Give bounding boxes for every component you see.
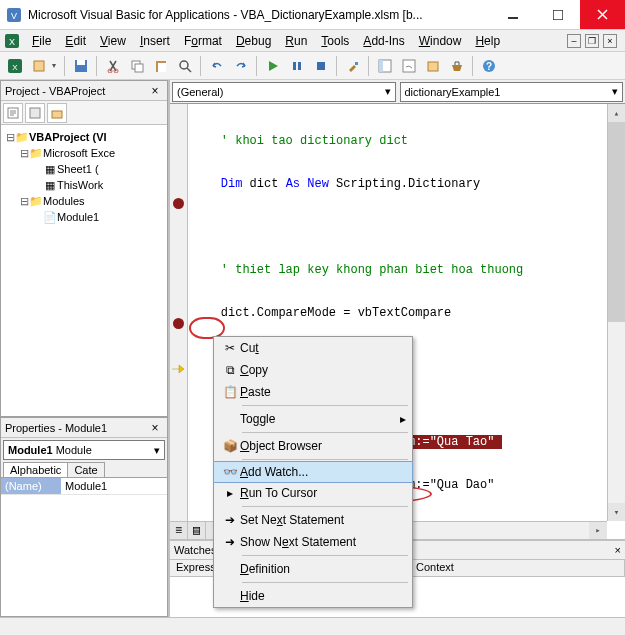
code-text: Dim <box>221 177 243 191</box>
maximize-button[interactable] <box>535 0 580 29</box>
svg-rect-25 <box>428 62 438 71</box>
menu-addins[interactable]: Add-Ins <box>357 32 410 50</box>
scroll-up-button[interactable]: ▴ <box>608 104 625 122</box>
tab-categorized[interactable]: Cate <box>67 462 104 477</box>
left-column: Project - VBAProject × ⊟📁VBAProject (VI … <box>0 80 168 617</box>
paste-button[interactable] <box>150 55 172 77</box>
scroll-right-button[interactable]: ▸ <box>589 522 607 539</box>
glasses-icon: 👓 <box>220 465 240 479</box>
run-button[interactable] <box>262 55 284 77</box>
properties-close-button[interactable]: × <box>147 420 163 436</box>
svg-rect-18 <box>293 62 296 70</box>
svg-rect-14 <box>135 64 143 72</box>
menu-window[interactable]: Window <box>413 32 468 50</box>
object-combo-value: (General) <box>177 86 223 98</box>
ctx-hide[interactable]: Hide <box>214 585 412 607</box>
code-text: ' thiet lap key khong phan biet hoa thuo… <box>221 263 523 277</box>
cut-icon: ✂ <box>220 341 240 355</box>
props-combo-name: Module1 <box>8 444 53 456</box>
close-button[interactable] <box>580 0 625 29</box>
tree-thisworkbook[interactable]: ThisWork <box>57 179 103 191</box>
procedure-combo[interactable]: dictionaryExample1▾ <box>400 82 624 102</box>
tree-msexcel-objects[interactable]: Microsoft Exce <box>43 147 115 159</box>
properties-object-combo[interactable]: Module1 Module ▾ <box>3 440 165 460</box>
cut-button[interactable] <box>102 55 124 77</box>
properties-grid[interactable]: (Name) Module1 <box>1 478 167 616</box>
break-button[interactable] <box>286 55 308 77</box>
ctx-add-watch[interactable]: 👓Add Watch... <box>213 461 413 483</box>
mdi-close-button[interactable]: × <box>603 34 617 48</box>
menu-debug[interactable]: Debug <box>230 32 277 50</box>
redo-button[interactable] <box>230 55 252 77</box>
object-combo[interactable]: (General)▾ <box>172 82 396 102</box>
view-object-button[interactable] <box>25 103 45 123</box>
project-explorer-panel: Project - VBAProject × ⊟📁VBAProject (VI … <box>0 80 168 417</box>
ctx-run-to-cursor[interactable]: ▸Run To Cursor <box>214 482 412 504</box>
project-close-button[interactable]: × <box>147 83 163 99</box>
ctx-definition[interactable]: Definition <box>214 558 412 580</box>
project-explorer-button[interactable] <box>374 55 396 77</box>
properties-title: Properties - Module1 <box>5 422 107 434</box>
tree-modules[interactable]: Modules <box>43 195 85 207</box>
menu-edit[interactable]: Edit <box>59 32 92 50</box>
tree-sheet1[interactable]: Sheet1 ( <box>57 163 99 175</box>
tree-module1[interactable]: Module1 <box>57 211 99 223</box>
ctx-copy[interactable]: ⧉Copy <box>214 359 412 381</box>
paste-icon: 📋 <box>220 385 240 399</box>
view-code-button[interactable] <box>3 103 23 123</box>
scroll-thumb[interactable] <box>608 122 625 322</box>
minimize-button[interactable] <box>490 0 535 29</box>
mdi-min-button[interactable]: – <box>567 34 581 48</box>
excel-icon: X <box>4 33 20 49</box>
margin-gutter[interactable] <box>170 104 188 521</box>
watches-col-context[interactable]: Context <box>410 560 625 576</box>
menu-tools[interactable]: Tools <box>315 32 355 50</box>
toolbox-button[interactable] <box>446 55 468 77</box>
svg-rect-21 <box>355 62 358 65</box>
find-button[interactable] <box>174 55 196 77</box>
breakpoint-icon[interactable] <box>173 198 184 209</box>
menu-format[interactable]: Format <box>178 32 228 50</box>
scroll-down-button[interactable]: ▾ <box>608 503 625 521</box>
ctx-paste[interactable]: 📋Paste <box>214 381 412 403</box>
insert-module-button[interactable] <box>28 55 50 77</box>
object-browser-button[interactable] <box>422 55 444 77</box>
mdi-restore-button[interactable]: ❐ <box>585 34 599 48</box>
code-text: As New <box>286 177 329 191</box>
project-tree[interactable]: ⊟📁VBAProject (VI ⊟📁Microsoft Exce ▦Sheet… <box>3 127 165 227</box>
reset-button[interactable] <box>310 55 332 77</box>
toggle-folders-button[interactable] <box>47 103 67 123</box>
help-button[interactable]: ? <box>478 55 500 77</box>
ctx-cut[interactable]: ✂Cut <box>214 337 412 359</box>
menu-file[interactable]: File <box>26 32 57 50</box>
properties-window-button[interactable] <box>398 55 420 77</box>
copy-button[interactable] <box>126 55 148 77</box>
full-module-view-button[interactable]: ▤ <box>188 522 206 539</box>
svg-text:X: X <box>12 63 18 72</box>
menubar: X File Edit View Insert Format Debug Run… <box>0 30 625 52</box>
save-button[interactable] <box>70 55 92 77</box>
watches-close-button[interactable]: × <box>615 544 621 556</box>
svg-rect-2 <box>508 17 518 19</box>
procedure-view-button[interactable]: ≡ <box>170 522 188 539</box>
dropdown-icon: ▾ <box>612 85 618 98</box>
menu-help[interactable]: Help <box>469 32 506 50</box>
design-mode-button[interactable] <box>342 55 364 77</box>
dropdown-icon[interactable]: ▾ <box>52 61 60 70</box>
ctx-object-browser[interactable]: 📦Object Browser <box>214 435 412 457</box>
ctx-set-next[interactable]: ➔Set Next Statement <box>214 509 412 531</box>
ctx-toggle[interactable]: Toggle▸ <box>214 408 412 430</box>
undo-button[interactable] <box>206 55 228 77</box>
view-excel-button[interactable]: X <box>4 55 26 77</box>
vertical-scrollbar[interactable]: ▴ ▾ <box>607 104 625 521</box>
tree-vbaproject[interactable]: VBAProject (VI <box>29 131 107 143</box>
menu-run[interactable]: Run <box>279 32 313 50</box>
menu-view[interactable]: View <box>94 32 132 50</box>
current-line-arrow-icon <box>171 364 185 374</box>
breakpoint-icon[interactable] <box>173 318 184 329</box>
tab-alphabetic[interactable]: Alphabetic <box>3 462 68 477</box>
prop-name-value[interactable]: Module1 <box>61 478 167 494</box>
ctx-show-next[interactable]: ➜Show Next Statement <box>214 531 412 553</box>
code-text: dict <box>242 177 285 191</box>
menu-insert[interactable]: Insert <box>134 32 176 50</box>
